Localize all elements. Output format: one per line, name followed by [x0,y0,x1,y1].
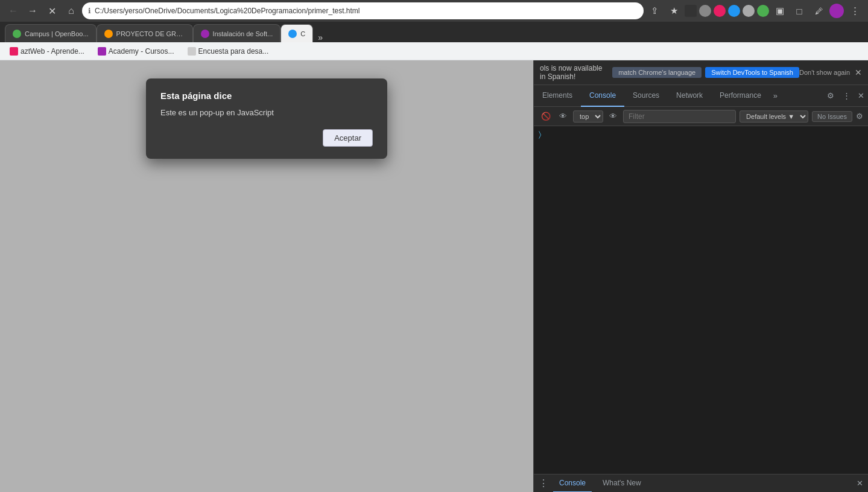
bookmark-icon[interactable]: ★ [665,2,682,19]
devtools-settings-icon[interactable]: ⚙ [822,91,839,100]
bottom-bar-menu-icon[interactable]: ⋮ [539,478,548,489]
dialog-box: Esta página dice Este es un pop-up en Ja… [146,78,387,159]
no-issues-badge: No Issues [812,111,852,122]
devtools-console-area: 〉 [534,126,868,474]
forward-button[interactable]: → [24,2,41,19]
devtools-tab-sources[interactable]: Sources [624,85,668,107]
devtools-tab-elements[interactable]: Elements [534,85,581,107]
tab-favicon-active [288,30,297,38]
devtools-notification-text: ols is now available in Spanish! [540,64,609,81]
bookmark-label-aztweb: aztWeb - Aprende... [21,47,84,56]
tabs-bar: Campus | OpenBoo... PROYECTO DE GRA... I… [0,22,868,42]
bookmark-favicon-encuesta [188,47,196,56]
devtools-menu-icon[interactable]: ⋮ [839,91,854,100]
devtools-icon[interactable]: 🖉 [810,2,827,19]
back-button[interactable]: ← [5,2,22,19]
extension-icon-5[interactable] [743,5,755,17]
home-button[interactable]: ⌂ [63,2,80,19]
tab-active[interactable]: C [280,24,313,42]
tab-favicon-instalacion [201,30,209,38]
share-icon[interactable]: ⇪ [646,2,663,19]
tab-label-campus: Campus | OpenBoo... [25,30,89,37]
bottom-tab-whats-new[interactable]: What's New [597,474,647,493]
dont-show-again-button[interactable]: Don't show again [799,69,850,76]
extension-icon-6[interactable] [757,5,769,17]
devtools-bottom-bar: ⋮ Console What's New ✕ [534,474,868,492]
dialog-actions: Aceptar [160,129,373,147]
console-toolbar-gear-icon[interactable]: ⚙ [856,112,863,121]
tab-instalacion[interactable]: Instalación de Soft... [193,24,281,42]
match-language-button[interactable]: match Chrome's language [612,67,702,78]
devtools-tab-console[interactable]: Console [581,85,624,107]
tab-campus[interactable]: Campus | OpenBoo... [5,24,97,42]
bookmark-label-academy: Academy - Cursos... [109,47,174,56]
bottom-bar-close-icon[interactable]: ✕ [857,479,863,488]
dialog-accept-button[interactable]: Aceptar [323,129,373,147]
bottom-tab-console[interactable]: Console [553,474,592,493]
devtools-notification-bar: ols is now available in Spanish! match C… [534,60,868,85]
bookmark-label-encuesta: Encuesta para desa... [198,47,269,56]
tab-label-active: C [300,30,305,37]
webpage-area: Esta página dice Este es un pop-up en Ja… [0,60,533,492]
tab-label-proyecto: PROYECTO DE GRA... [116,30,185,37]
extensions-puzzle-icon[interactable]: ▣ [771,2,788,19]
extension-icon-3[interactable] [714,5,726,17]
window-icon[interactable]: □ [791,2,808,19]
console-prompt-icon: 〉 [539,130,541,139]
profile-icon[interactable] [829,4,844,18]
console-eye-icon[interactable]: 👁 [557,110,569,122]
tab-label-instalacion: Instalación de Soft... [213,30,273,37]
main-area: Esta página dice Este es un pop-up en Ja… [0,60,868,492]
devtools-tab-performance[interactable]: Performance [711,85,770,107]
dialog-overlay: Esta página dice Este es un pop-up en Ja… [0,60,533,492]
extension-icon-4[interactable] [728,5,740,17]
console-context-selector[interactable]: top [573,110,603,123]
notification-close-icon[interactable]: ✕ [855,68,862,77]
toolbar-icons: ⇪ ★ ▣ □ 🖉 ⋮ [646,2,863,19]
tab-proyecto[interactable]: PROYECTO DE GRA... [97,24,193,42]
info-icon: ℹ [88,7,91,15]
tab-favicon-proyecto [104,30,113,38]
console-clear-icon[interactable]: 🚫 [539,110,553,122]
devtools-close-icon[interactable]: ✕ [854,91,868,100]
devtools-tab-network[interactable]: Network [668,85,711,107]
extension-icon-2[interactable] [699,5,711,17]
devtools-tabs-more-icon[interactable]: » [770,91,781,100]
bookmark-favicon-academy [98,47,106,56]
url-text: C:/Users/yerso/OneDrive/Documents/Logica… [95,7,638,15]
console-filter-input[interactable] [623,110,736,123]
dialog-title: Esta página dice [160,91,373,101]
console-prompt-row[interactable]: 〉 [536,129,866,141]
address-bar[interactable]: ℹ C:/Users/yerso/OneDrive/Documents/Logi… [82,2,644,19]
more-tabs-button[interactable]: » [313,33,328,42]
bookmarks-bar: aztWeb - Aprende... Academy - Cursos... … [0,42,868,60]
devtools-tabs: Elements Console Sources Network Perform… [534,85,868,107]
bookmark-favicon-aztweb [10,47,18,56]
dialog-message: Este es un pop-up en JavaScript [160,108,373,117]
extension-icon-1[interactable] [685,5,697,17]
bookmark-aztweb[interactable]: aztWeb - Aprende... [5,46,89,57]
bookmark-encuesta[interactable]: Encuesta para desa... [183,46,274,57]
console-inspect-icon[interactable]: 👁 [607,110,619,122]
reload-button[interactable]: ✕ [43,2,60,19]
title-bar: ← → ✕ ⌂ ℹ C:/Users/yerso/OneDrive/Docume… [0,0,868,22]
switch-devtools-language-button[interactable]: Switch DevTools to Spanish [705,67,799,78]
devtools-console-toolbar: 🚫 👁 top 👁 Default levels ▼ No Issues ⚙ [534,107,868,126]
devtools-panel: ols is now available in Spanish! match C… [533,60,868,492]
tab-favicon-campus [13,30,21,38]
menu-button[interactable]: ⋮ [846,2,863,19]
console-levels-selector[interactable]: Default levels ▼ [740,110,808,123]
bookmark-academy[interactable]: Academy - Cursos... [93,46,179,57]
